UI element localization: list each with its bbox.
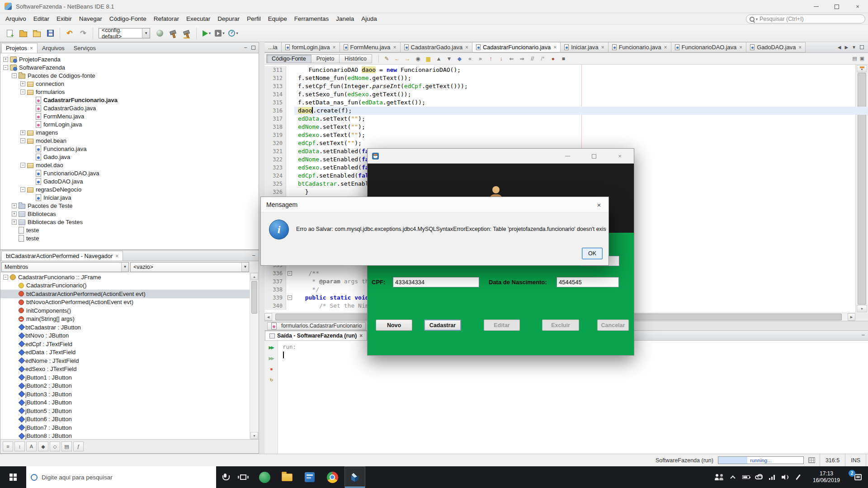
tab-list-icon[interactable]: ▼ xyxy=(852,45,856,50)
comment-icon[interactable]: // xyxy=(528,54,537,63)
next-occurrence-icon[interactable]: ▼ xyxy=(444,54,454,63)
menu-ferramentas[interactable]: Ferramentas xyxy=(291,13,333,24)
menu-exibir[interactable]: Exibir xyxy=(53,13,75,24)
people-button[interactable] xyxy=(713,466,726,488)
tree-item-funcionariodao-java[interactable]: FuncionarioDAO.java xyxy=(0,169,259,177)
taskbar-chrome-button[interactable] xyxy=(322,466,343,488)
uncomment-icon[interactable]: /* xyxy=(538,54,547,63)
close-icon[interactable]: × xyxy=(798,44,802,51)
tab-servic-os[interactable]: Serviços xyxy=(69,43,100,53)
filters-icon[interactable]: ƒ xyxy=(73,441,84,451)
show-fields-icon[interactable]: ◆ xyxy=(38,441,48,451)
tree-item-jbutton3-jbutton[interactable]: jButton3 : JButton xyxy=(0,390,250,399)
tree-item-gado-java[interactable]: Gado.java xyxy=(0,153,259,161)
back-icon[interactable]: ← xyxy=(392,54,402,63)
app-close-button[interactable]: × xyxy=(612,149,627,164)
menu-arquivo[interactable]: Arquivo xyxy=(2,13,30,24)
show-hidden-icons-button[interactable] xyxy=(726,466,739,488)
tree-item-bibliotecas-de-testes[interactable]: +Bibliotecas de Testes xyxy=(0,218,259,226)
pen-button[interactable] xyxy=(792,466,805,488)
taskbar-file-explorer-button[interactable] xyxy=(277,466,297,488)
start-macro-icon[interactable]: ● xyxy=(548,54,558,63)
birth-date-field[interactable] xyxy=(557,277,619,287)
debug-project-icon[interactable]: ▾ xyxy=(213,27,226,40)
cadastrar-button[interactable]: Cadastrar xyxy=(424,319,461,331)
expand-toggle-icon[interactable]: + xyxy=(3,57,8,62)
tree-item-connection[interactable]: +connection xyxy=(0,80,259,88)
cpf-field[interactable] xyxy=(393,277,479,287)
run-project-icon[interactable]: ▾ xyxy=(200,27,212,40)
quick-search-box[interactable]: ▾ xyxy=(746,14,865,23)
ok-button[interactable]: OK xyxy=(582,248,603,259)
panel-minimize-icon[interactable]: − xyxy=(244,45,247,51)
microphone-button[interactable] xyxy=(216,466,234,488)
tree-item-iniciar-java[interactable]: Iniciar.java xyxy=(0,193,259,202)
menu-janela[interactable]: Janela xyxy=(332,13,358,24)
tree-item-projetofazenda[interactable]: +ProjetoFazenda xyxy=(0,55,259,63)
battery-button[interactable] xyxy=(739,466,752,488)
scroll-down-icon[interactable]: ▼ xyxy=(250,432,258,439)
tree-item-edcpf-jtextfield[interactable]: edCpf : JTextField xyxy=(0,340,250,348)
tree-item-jbutton7-jbutton[interactable]: jButton7 : JButton xyxy=(0,423,250,432)
profile-project-icon[interactable]: ▾ xyxy=(227,27,240,40)
collapse-toggle-icon[interactable]: − xyxy=(20,138,25,143)
new-project-icon[interactable] xyxy=(17,27,29,40)
tree-item-eddata-jtextfield[interactable]: edData : JTextField xyxy=(0,348,250,357)
menu-perfil[interactable]: Perfil xyxy=(243,13,264,24)
next-bookmark-icon[interactable]: » xyxy=(476,54,485,63)
previous-error-icon[interactable]: ↑ xyxy=(486,54,495,63)
find-selection-icon[interactable]: ◉ xyxy=(413,54,423,63)
previous-bookmark-icon[interactable]: « xyxy=(465,54,475,63)
menu-refatorar[interactable]: Refatorar xyxy=(150,13,183,24)
tree-item-cadastrargado-java[interactable]: CadastrarGado.java xyxy=(0,104,259,112)
code-line[interactable]: 317edData.setText(""); xyxy=(264,115,868,123)
tree-item-softwarefazenda[interactable]: −SoftwareFazenda xyxy=(0,63,259,71)
tree-item-btcadastraractionperformed-actionevent-evt[interactable]: btCadastrarActionPerformed(ActionEvent e… xyxy=(0,290,250,298)
dialog-close-button[interactable]: × xyxy=(590,197,609,212)
code-line[interactable]: 315f.setData_nas_fun(edData.getText()); xyxy=(264,99,868,107)
last-edit-icon[interactable]: ✎ xyxy=(382,54,392,63)
scrollbar[interactable]: ▲ ▼ xyxy=(250,273,259,439)
menu-co-digo-fonte[interactable]: Código-Fonte xyxy=(106,13,150,24)
app-window-titlebar[interactable]: × xyxy=(368,149,634,164)
taskbar-search-input[interactable] xyxy=(42,474,212,481)
tree-item-formmenu-java[interactable]: FormMenu.java xyxy=(0,112,259,120)
scroll-tabs-right-icon[interactable]: ▶ xyxy=(844,45,848,50)
rerun-with-changes-icon[interactable]: ▶▶ xyxy=(266,354,276,363)
app-maximize-button[interactable] xyxy=(586,149,602,164)
error-stripe-mark[interactable] xyxy=(860,66,864,68)
close-icon[interactable]: × xyxy=(333,44,336,51)
close-icon[interactable]: × xyxy=(553,44,557,51)
tree-item-pacotes-de-teste[interactable]: +Pacotes de Teste xyxy=(0,202,259,210)
new-file-icon[interactable] xyxy=(3,27,16,40)
show-non-public-icon[interactable]: ▤ xyxy=(61,441,72,451)
tree-item-btcadastrar-jbutton[interactable]: btCadastrar : JButton xyxy=(0,323,250,332)
scrollbar-thumb[interactable] xyxy=(251,281,257,314)
shift-left-icon[interactable]: ⇐ xyxy=(507,54,516,63)
code-line[interactable]: 312f.setNome_fun(edNome.getText()); xyxy=(264,74,868,82)
tree-item-jbutton5-jbutton[interactable]: jButton5 : JButton xyxy=(0,407,250,415)
code-line[interactable]: 314f.setSexo_fun(edSexo.getText()); xyxy=(264,90,868,99)
open-project-icon[interactable] xyxy=(30,27,43,40)
collapse-toggle-icon[interactable]: − xyxy=(20,163,25,168)
highlight-icon[interactable]: ▆ xyxy=(424,54,433,63)
panel-minimize-icon[interactable]: − xyxy=(252,253,255,258)
notification-center-button[interactable]: 2 xyxy=(848,466,868,488)
minimized-editor-tab[interactable]: formularios.CadastrarFuncionario xyxy=(267,322,366,330)
code-line[interactable]: 319edSexo.setText(""); xyxy=(264,131,868,139)
start-button[interactable] xyxy=(0,466,26,488)
tree-item-jbutton2-jbutton[interactable]: jButton2 : JButton xyxy=(0,382,250,390)
status-progress-bar[interactable]: running... xyxy=(718,456,804,464)
sort-alpha-icon[interactable]: A xyxy=(26,441,37,451)
taskbar-android-studio-button[interactable] xyxy=(254,466,275,488)
navigator-tab[interactable]: btCadastrarActionPerformed - Navegador × xyxy=(1,251,123,261)
close-icon[interactable]: × xyxy=(739,44,742,51)
collapse-toggle-icon[interactable]: − xyxy=(20,187,25,192)
chevron-down-icon[interactable]: ▾ xyxy=(236,31,238,35)
stop-macro-icon[interactable]: ■ xyxy=(559,54,568,63)
run-config-icon[interactable] xyxy=(153,27,166,40)
expand-toggle-icon[interactable]: + xyxy=(20,81,25,86)
editor-tab-iniciar-java[interactable]: Iniciar.java× xyxy=(561,42,608,52)
window-maximize-button[interactable] xyxy=(826,0,847,13)
code-line[interactable]: 311 FuncionarioDAO daoo = new Funcionari… xyxy=(264,66,868,74)
